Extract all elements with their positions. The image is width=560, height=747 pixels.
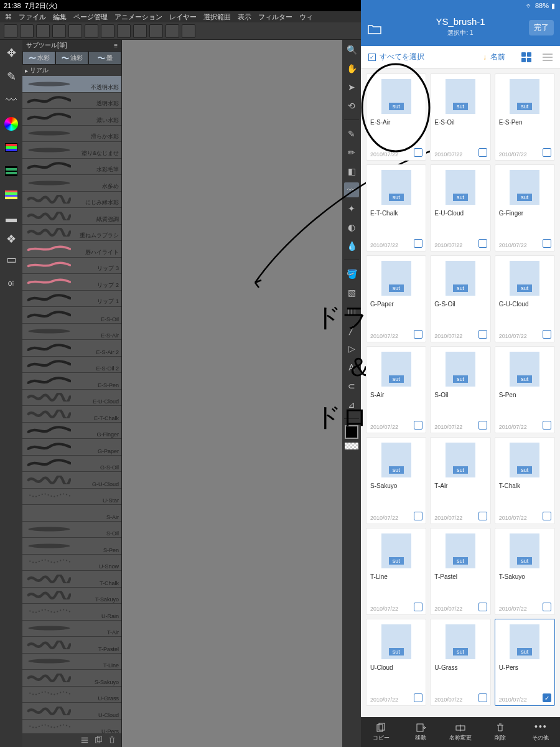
brush-item[interactable]: S-Pen [22,538,121,555]
trash-icon[interactable] [108,736,116,745]
menu-item[interactable]: レイヤー [169,12,197,22]
brush-item[interactable]: S-Sakuyo [22,670,121,687]
brush-item[interactable]: E-U-Cloud [22,390,121,406]
brush-item[interactable]: 水彩毛筆 [22,159,121,176]
menu-item[interactable]: アニメーション [114,12,162,22]
brush-item[interactable]: G-U-Cloud [22,472,121,489]
file-item[interactable]: sut S-Sakuyo 2010/07/22 [366,437,426,524]
menu-item[interactable]: 表示 [238,12,251,22]
file-checkbox[interactable] [543,239,551,248]
file-checkbox[interactable] [478,239,487,248]
file-checkbox[interactable] [414,603,422,611]
file-checkbox[interactable] [478,693,487,702]
file-item[interactable]: sut U-Grass 2010/07/22 [430,619,490,706]
shade-icon[interactable]: ▧ [344,285,359,300]
brush-item[interactable]: E-T-Chalk [22,406,121,423]
file-item[interactable]: sut U-Pers 2010/07/22 ✓ [495,619,555,706]
file-checkbox[interactable] [478,148,487,157]
ruler-icon[interactable]: ⊿ [344,397,359,412]
file-item[interactable]: sut G-Paper 2010/07/22 [366,255,426,342]
brush-item[interactable]: 重ねムラブラシ [22,225,121,242]
toolbar-button[interactable] [4,24,17,38]
brush-item[interactable]: 塗り&なじませ [22,142,121,159]
menu-icon[interactable] [80,736,89,745]
tab-oil[interactable]: 油彩 [55,51,88,65]
sort-arrow-icon[interactable]: ↓ [483,53,487,62]
file-checkbox[interactable] [478,421,487,430]
brush-item[interactable]: T-Sakuyo [22,588,121,604]
file-item[interactable]: sut T-Chalk 2010/07/22 [495,437,555,524]
brush-item[interactable]: 透明水彩 [22,93,121,110]
file-item[interactable]: sut G-U-Cloud 2010/07/22 [495,255,555,342]
lasso-icon[interactable]: ⊂ [344,378,359,393]
line-tool-icon[interactable]: ╱ [344,322,359,337]
cursor-tool-icon[interactable]: ➤ [344,80,359,95]
color-wheel-icon[interactable] [3,116,19,132]
file-item[interactable]: sut U-Cloud 2010/07/22 [366,619,426,706]
list-view-icon[interactable] [543,52,553,62]
hand-tool-icon[interactable]: ✋ [344,61,359,76]
brush-item[interactable]: U-Grass [22,687,121,703]
file-item[interactable]: sut G-S-Oil 2010/07/22 [430,255,490,342]
app-logo-icon[interactable]: ⌘ [5,13,12,21]
tab-watercolor[interactable]: 水彩 [22,51,55,65]
file-item[interactable]: sut S-Air 2010/07/22 [366,346,426,433]
select-all-button[interactable]: すべてを選択 [380,52,424,62]
animation-icon[interactable] [3,163,19,179]
brush-item[interactable]: S-Oil [22,522,121,538]
duplicate-icon[interactable] [94,736,103,745]
file-checkbox[interactable] [414,330,422,339]
file-checkbox[interactable] [414,148,422,157]
gradient-icon[interactable]: ▬ [3,210,19,227]
toolbar-button[interactable] [166,24,179,38]
pen-tool-icon[interactable]: ✎ [3,68,19,85]
toolbar-button[interactable] [182,24,195,38]
brush-item[interactable]: 唇ハイライト [22,241,121,258]
file-item[interactable]: sut S-Pen 2010/07/22 [495,346,555,433]
file-checkbox[interactable] [414,512,422,520]
gradient-tool-icon[interactable]: ◫ [344,304,359,319]
tab-ink[interactable]: 墨 [88,51,121,65]
toolbar-button[interactable] [85,24,98,38]
toolbar-button[interactable] [36,24,50,38]
brush-item[interactable]: G-Paper [22,439,121,456]
rotate-tool-icon[interactable]: ⟲ [344,98,359,113]
pen-icon[interactable]: ✎ [344,126,359,141]
file-item[interactable]: sut S-Oil 2010/07/22 [430,346,490,433]
move-tool-icon[interactable]: ✥ [3,45,19,61]
brush-item[interactable]: 紙質強調 [22,208,121,225]
brush-item[interactable]: E-S-Oil [22,307,121,324]
brush-item[interactable]: にじみ縁水彩 [22,192,121,209]
brush-item[interactable]: リップ 3 [22,258,121,275]
brush-icon[interactable]: 〰 [344,182,359,197]
file-item[interactable]: sut G-Finger 2010/07/22 [495,164,555,251]
delete-button[interactable]: 削除 [480,717,520,747]
toolbar-button[interactable] [52,24,66,38]
grid-view-icon[interactable] [521,52,531,62]
menu-item[interactable]: 選択範囲 [203,12,231,22]
menu-item[interactable]: ページ管理 [73,12,108,22]
subtool-group-row[interactable]: ▸ リアル [22,65,121,76]
brush-item[interactable]: 滑らか水彩 [22,126,121,143]
brush-item[interactable]: U-Star [22,489,121,505]
brush-item[interactable]: E-S-Air 2 [22,340,121,357]
zoom-tool-icon[interactable]: 🔍 [344,42,359,57]
eraser-icon[interactable]: ◧ [344,164,359,179]
file-item[interactable]: sut E-S-Oil 2010/07/22 [430,73,490,161]
sort-label[interactable]: 名前 [490,52,505,62]
file-item[interactable]: sut T-Pastel 2010/07/22 [430,528,490,615]
transparent-swatch[interactable] [345,443,358,449]
menu-item[interactable]: 編集 [53,12,67,22]
brush-item[interactable]: G-Finger [22,423,121,439]
brush-item[interactable]: 不透明水彩 [22,76,121,93]
brush-item[interactable]: T-Pastel [22,637,121,654]
blend-icon[interactable]: ◐ [344,220,359,235]
brush-item[interactable]: U-Pers [22,720,121,734]
brush-item[interactable]: S-Air [22,505,121,522]
toolbar-button[interactable] [117,24,131,38]
file-checkbox[interactable]: ✓ [543,693,551,702]
checkbox-icon[interactable]: ✓ [368,54,376,61]
brush-item[interactable]: U-Snow [22,555,121,571]
blur-icon[interactable]: 💧 [344,238,359,253]
brush-item[interactable]: T-Line [22,654,121,670]
